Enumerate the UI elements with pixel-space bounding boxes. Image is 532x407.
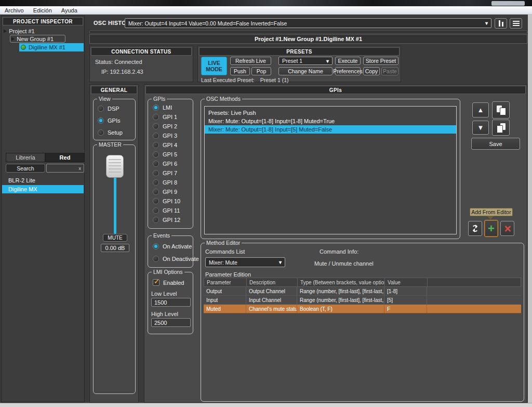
preset-select[interactable]: Preset 1 ▾ bbox=[278, 57, 332, 65]
checkbox-icon[interactable]: ✓ bbox=[153, 279, 159, 286]
radio-icon bbox=[98, 117, 104, 124]
search-button[interactable]: Search bbox=[6, 164, 45, 173]
high-level-input[interactable]: 2500 bbox=[151, 318, 191, 327]
gpi-option-7[interactable]: GPI 7 bbox=[153, 170, 193, 176]
gpi-option-1[interactable]: GPI 1 bbox=[153, 114, 193, 120]
osc-methods-list[interactable]: Presets: Live Push Mixer: Mute: Output=[… bbox=[204, 106, 457, 234]
enabled-checkbox-row[interactable]: ✓ Enabled bbox=[153, 279, 184, 286]
cell[interactable]: [5] bbox=[384, 296, 427, 304]
search-button-label: Search bbox=[17, 165, 34, 172]
menu-archivo[interactable]: Archivo bbox=[0, 6, 29, 15]
search-input[interactable]: x bbox=[46, 164, 84, 173]
gpi-option-6[interactable]: GPI 6 bbox=[153, 161, 193, 167]
move-up-button[interactable]: ▲ bbox=[472, 102, 489, 117]
push-button[interactable]: Push bbox=[230, 67, 250, 75]
event-on-deactivate[interactable]: On Deactivate bbox=[153, 256, 199, 262]
cell[interactable]: F bbox=[384, 305, 427, 313]
expand-arrow-icon[interactable]: ▶ bbox=[4, 29, 7, 33]
view-option-dsp[interactable]: DSP bbox=[98, 106, 119, 112]
osc-method-item-selected[interactable]: Mixer: Mute: Output=[1-8] Input=[5] Mute… bbox=[205, 125, 456, 134]
tab-libreria[interactable]: Librería bbox=[6, 153, 45, 162]
radio-label: LMI bbox=[163, 104, 172, 111]
device-list-item-selected[interactable]: Digiline MX bbox=[2, 185, 84, 193]
tree-item-project[interactable]: ▶ Project #1 bbox=[4, 27, 35, 35]
paste-method-button[interactable] bbox=[492, 120, 510, 136]
tree-selected-row[interactable]: Digiline MX #1 bbox=[19, 43, 84, 51]
radio-icon bbox=[153, 133, 159, 139]
event-on-activate[interactable]: On Activate bbox=[153, 243, 192, 250]
gpi-option-10[interactable]: GPI 10 bbox=[153, 198, 193, 204]
change-name-button[interactable]: Change Name bbox=[278, 67, 332, 75]
store-preset-button[interactable]: Store Preset bbox=[363, 57, 398, 65]
gpi-option-11[interactable]: GPI 11 bbox=[153, 207, 193, 214]
col-empty bbox=[428, 278, 521, 286]
osc-history-combobox[interactable]: Mixer: Output=4 Input=4 Value=0.00 Muted… bbox=[125, 18, 491, 28]
device-list-item[interactable]: BLR-2 Lite bbox=[2, 176, 84, 185]
parameter-edition-label: Parameter Edition bbox=[205, 271, 251, 278]
chevron-down-icon: ▾ bbox=[326, 58, 329, 64]
pop-label: Pop bbox=[257, 68, 267, 74]
menu-edicion[interactable]: Edición bbox=[29, 6, 57, 15]
gpi-option-lmi[interactable]: LMI bbox=[153, 104, 193, 111]
copy-button[interactable]: Copy bbox=[363, 67, 380, 75]
copy-method-button[interactable] bbox=[492, 101, 510, 119]
pop-button[interactable]: Pop bbox=[251, 67, 271, 75]
refresh-live-button[interactable]: Refresh Live bbox=[230, 57, 271, 65]
checkbox-label: Enabled bbox=[163, 280, 184, 286]
delete-method-button[interactable] bbox=[500, 221, 514, 236]
history-menu-button[interactable] bbox=[510, 18, 522, 29]
gpi-option-9[interactable]: GPI 9 bbox=[153, 189, 193, 195]
mute-button[interactable]: MUTE bbox=[103, 234, 127, 242]
tree-item-device[interactable]: Digiline MX #1 bbox=[19, 43, 84, 51]
events-groupbox: Events On Activate On Deactivate bbox=[148, 235, 193, 268]
gpi-option-2[interactable]: GPI 2 bbox=[153, 123, 193, 129]
window-frame-bottom bbox=[0, 403, 532, 407]
window-controls[interactable] bbox=[491, 1, 525, 6]
col-value: Value bbox=[385, 278, 428, 286]
gpi-option-12[interactable]: GPI 12 bbox=[153, 217, 193, 223]
expand-arrow-icon[interactable]: ▶ bbox=[11, 36, 15, 41]
view-option-gpis[interactable]: GPIs bbox=[98, 117, 120, 124]
chevron-down-icon[interactable]: ▾ bbox=[485, 20, 488, 26]
gpi-option-8[interactable]: GPI 8 bbox=[153, 179, 193, 186]
osc-method-item[interactable]: Mixer: Mute: Output=[1-8] Input=[1-8] Mu… bbox=[205, 117, 456, 125]
gpi-groupbox: GPIs LMI GPI 1 GPI 2 GPI 3 GPI 4 GPI 5 G… bbox=[148, 99, 193, 229]
fader-knob[interactable] bbox=[106, 155, 124, 178]
master-groupbox: MASTER MUTE 0.00 dB bbox=[93, 145, 136, 394]
divider-strip bbox=[89, 31, 527, 33]
breadcrumb: Project #1.New Group #1.Digiline MX #1 bbox=[255, 36, 362, 42]
low-level-input[interactable]: 1500 bbox=[151, 298, 191, 307]
preferences-button[interactable]: Preferences bbox=[335, 67, 361, 75]
table-row-muted-selected[interactable]: Muted Channel's mute status Boolean (T, … bbox=[204, 305, 521, 313]
gpi-option-4[interactable]: GPI 4 bbox=[153, 142, 193, 148]
master-level-value[interactable]: 0.00 dB bbox=[101, 244, 129, 252]
osc-method-item[interactable]: Presets: Live Push bbox=[205, 109, 456, 117]
cell[interactable]: [1-8] bbox=[384, 287, 427, 295]
radio-label: GPI 6 bbox=[163, 161, 177, 167]
table-row-output[interactable]: Output Output Channel Range (number, [fi… bbox=[204, 287, 521, 296]
view-option-setup[interactable]: Setup bbox=[98, 129, 123, 136]
store-preset-label: Store Preset bbox=[366, 58, 396, 64]
save-button[interactable]: Save bbox=[471, 138, 520, 150]
tree-item-group[interactable]: ▶ New Group #1 bbox=[10, 35, 65, 43]
menu-ayuda[interactable]: Ayuda bbox=[57, 6, 82, 15]
tab-red[interactable]: Red bbox=[45, 153, 85, 162]
commands-select[interactable]: Mixer: Mute ▾ bbox=[205, 257, 285, 267]
clear-search-icon[interactable]: x bbox=[79, 166, 82, 171]
refresh-methods-button[interactable] bbox=[468, 221, 482, 236]
table-row-input[interactable]: Input Input Channel Range (number, [firs… bbox=[204, 296, 521, 305]
cell: Boolean (T, F) bbox=[297, 305, 384, 313]
execute-button[interactable]: Execute bbox=[335, 57, 361, 65]
commands-list-label: Commands List bbox=[205, 248, 245, 255]
move-down-button[interactable]: ▼ bbox=[472, 121, 489, 135]
add-from-editor-button[interactable]: + bbox=[484, 220, 498, 237]
history-levels-button[interactable] bbox=[495, 18, 507, 29]
paste-button[interactable]: Paste bbox=[381, 67, 398, 75]
gpi-option-5[interactable]: GPI 5 bbox=[153, 151, 193, 157]
radio-icon bbox=[98, 129, 104, 136]
gpi-option-3[interactable]: GPI 3 bbox=[153, 133, 193, 139]
general-panel: GENERAL View DSP GPIs Setup MASTER MUTE bbox=[89, 84, 139, 403]
live-mode-button[interactable]: LIVE MODE bbox=[201, 57, 227, 75]
cell: Muted bbox=[204, 305, 246, 313]
presets-header: PRESETS bbox=[199, 47, 400, 56]
